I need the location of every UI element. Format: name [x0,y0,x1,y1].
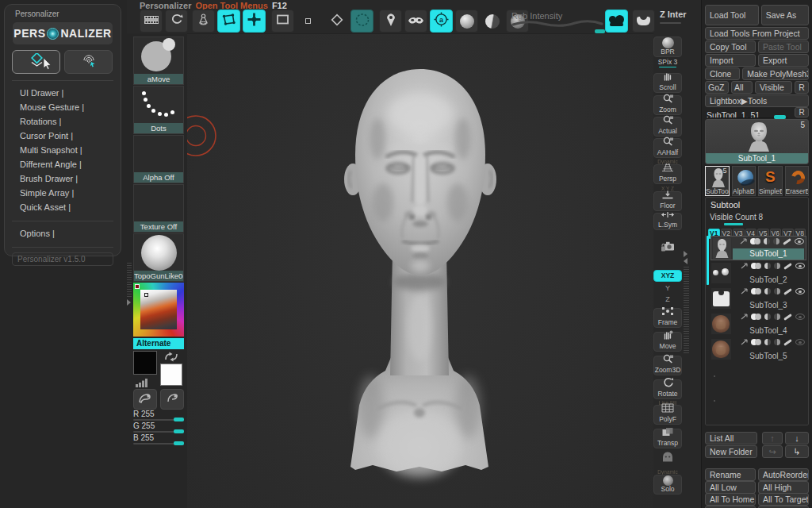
menu-item-cursor-point[interactable]: Cursor Point | [12,129,113,143]
rotate-z-button[interactable]: Z [653,295,682,303]
subtool-name[interactable]: SubTool_4 [732,325,805,337]
toolbar-ellipse-button[interactable] [350,10,373,33]
move-button[interactable]: Move [653,332,682,352]
subtool-row-4[interactable]: SubTool_4 [710,312,806,337]
gesture-mode-button[interactable] [64,50,113,74]
left-divider-handle[interactable] [127,262,132,297]
contrast-toggle2-icon[interactable] [774,288,780,294]
lightbox-tools-button[interactable]: Lightbox▶Tools [705,94,809,107]
goz-all-button[interactable]: All [731,81,753,94]
visibility-eye-icon[interactable] [795,288,805,294]
pair-toggle-icon[interactable] [751,314,761,320]
right-divider-arrow2-icon[interactable] [684,258,688,264]
paint-mode-button-2[interactable] [160,389,184,410]
menu-item-quick-asset[interactable]: Quick Asset | [12,200,113,214]
visibility-eye-icon[interactable] [795,238,804,244]
polypaint-brush-icon[interactable] [783,314,792,321]
stroke-selector[interactable]: Dots [133,86,184,134]
toolbar-rect-small-button[interactable] [297,10,320,33]
rename-button[interactable]: Rename [705,468,756,481]
contrast-toggle-icon[interactable] [764,288,771,294]
contrast-toggle-icon[interactable] [764,263,771,269]
visible-count-slider[interactable] [724,223,743,225]
save-as-button[interactable]: Save As [761,5,809,25]
load-tool-button[interactable]: Load Tool [705,5,759,25]
drag-icon[interactable] [741,288,748,294]
contrast-toggle2-icon[interactable] [774,263,780,269]
subtool-name[interactable]: SubTool_5 [732,351,805,362]
menu-item-simple-array[interactable]: Simple Array | [12,186,113,200]
actual-button[interactable]: Actual [653,117,682,137]
right-divider-arrow-icon[interactable] [684,251,688,257]
pair-toggle-icon[interactable] [751,263,761,269]
toolbar-pin-button[interactable] [379,10,402,33]
rotate-xyz-button[interactable]: XYZ [653,270,682,282]
subtool-row-3[interactable]: SubTool_3 [710,287,806,311]
contrast-toggle-icon[interactable] [764,314,771,320]
active-tool-slider[interactable]: SubTool_1. 51 R [707,107,809,117]
move-down-button[interactable]: ↓ [785,432,809,444]
toolbar-mask-button[interactable] [404,10,427,33]
new-folder-button[interactable]: New Folder [705,445,757,458]
paint-mode-button-1[interactable] [133,389,157,410]
visibility-eye-icon[interactable] [795,263,805,269]
recent-tool-alphabrush[interactable]: AlphaB [732,166,756,196]
recent-tool-eraser[interactable]: EraserB [785,166,810,196]
subtool-name[interactable]: SubTool_3 [732,300,805,311]
active-tool-slider-track[interactable] [707,117,788,118]
polypaint-brush-icon[interactable] [783,263,792,270]
left-divider-arrow-icon[interactable] [127,299,131,306]
red-slider-knob[interactable] [174,418,184,421]
polypaint-brush-icon[interactable] [783,288,792,295]
contrast-toggle2-icon[interactable] [774,314,780,320]
visibility-eye-icon[interactable] [795,339,805,345]
cloud-off-button[interactable] [632,10,655,33]
brush-selector[interactable]: aMove [133,37,184,85]
toolbar-gizmo-button[interactable] [192,10,215,33]
slider-r-button[interactable]: R [795,107,809,117]
menu-item-ui-drawer[interactable]: UI Drawer | [12,86,113,100]
make-polymesh3d-button[interactable]: Make PolyMesh3D [742,67,809,80]
blue-slider-knob[interactable] [174,441,184,445]
goz-visible-button[interactable]: Visible [755,81,792,94]
goz-button[interactable]: GoZ [705,81,729,94]
polypaint-brush-icon[interactable] [783,238,791,245]
red-slider-track[interactable] [133,419,184,421]
auto-reorder-button[interactable]: AutoReorder [758,468,809,481]
list-all-button[interactable]: List All [705,432,757,444]
blue-slider[interactable]: B 255 [133,434,184,444]
redo-arrow-button[interactable]: ↪ [762,445,783,458]
scroll-button[interactable]: Scroll [653,73,682,93]
sculpt-canvas[interactable] [187,33,653,508]
right-divider-handle[interactable] [684,266,689,353]
move-into-button[interactable]: ↳ [785,445,809,458]
solo-button[interactable]: Solo [653,475,682,495]
subtool-row-2[interactable]: SubTool_2 [710,261,806,286]
menu-item-rotations[interactable]: Rotations | [12,114,113,129]
green-slider-knob[interactable] [174,429,184,433]
load-tools-from-project-button[interactable]: Load Tools From Project [705,27,809,40]
color-picker-inner[interactable] [140,290,177,329]
import-button[interactable]: Import [705,54,756,67]
menu-item-mouse-gesture[interactable]: Mouse Gesture | [12,100,113,114]
lsym-button[interactable]: L.Sym [653,213,682,230]
polyframe-button[interactable]: PolyF [653,405,682,425]
green-slider-track[interactable] [133,431,184,433]
visibility-eye-icon[interactable] [795,314,805,320]
toolbar-move-button[interactable] [243,10,266,33]
subtool-row-1[interactable]: SubTool_1 [710,236,806,260]
spix-slider[interactable]: SPix 3 [653,58,682,69]
move-up-button[interactable]: ↑ [762,432,783,444]
red-slider[interactable]: R 255 [133,410,184,421]
ghost-button[interactable] [653,450,682,468]
drag-icon[interactable] [740,238,747,244]
toolbar-diamond-button[interactable] [325,10,348,33]
subtool-name[interactable]: SubTool_1 [733,248,804,260]
color-picker[interactable] [133,283,184,337]
all-to-target-button[interactable]: All To Target [758,493,809,506]
recent-tool-simple[interactable]: S SimpleE [758,166,783,196]
pair-toggle-icon[interactable] [751,339,761,345]
toolbar-automask-button[interactable]: a [430,10,453,33]
store-camera-button[interactable] [653,234,682,258]
transparency-button[interactable]: Transp [653,429,682,448]
